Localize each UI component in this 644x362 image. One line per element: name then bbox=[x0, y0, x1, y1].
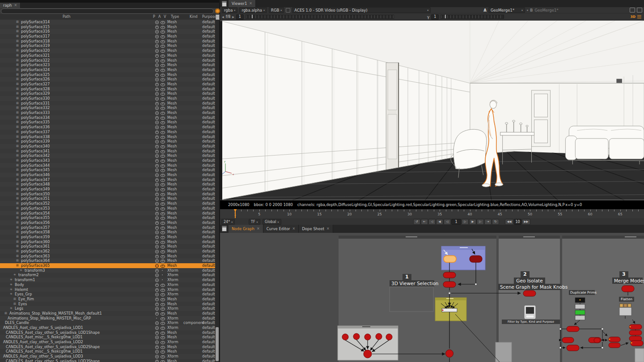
active-toggle-icon[interactable] bbox=[155, 197, 159, 201]
scenegraph-row[interactable]: ⊞polySurface359Meshdefault bbox=[0, 235, 216, 240]
input-a-dropdown[interactable]: GeoMerge1* ▾ bbox=[488, 7, 525, 13]
node-red[interactable] bbox=[523, 290, 536, 296]
visibility-eye-icon[interactable] bbox=[161, 341, 165, 344]
visibility-eye-icon[interactable] bbox=[161, 202, 165, 206]
node-stack-duplicate-prims[interactable] bbox=[575, 298, 585, 320]
active-toggle-icon[interactable] bbox=[155, 303, 159, 306]
rewind-button-3[interactable]: ◁ bbox=[444, 219, 451, 225]
active-toggle-icon[interactable] bbox=[155, 49, 159, 53]
scenegraph-row[interactable]: ⊞polySurface345Meshdefault bbox=[0, 168, 216, 173]
scenegraph-row[interactable]: ⊞polySurface318Meshdefault bbox=[0, 39, 216, 44]
visibility-eye-icon[interactable] bbox=[161, 355, 165, 358]
scenegraph-row[interactable]: ⊞polySurface319Meshdefault bbox=[0, 43, 216, 48]
skip-back-button[interactable]: ◀◀ bbox=[505, 219, 513, 225]
active-toggle-icon[interactable] bbox=[155, 259, 159, 263]
fps-dropdown[interactable]: 24*▾ bbox=[221, 219, 235, 225]
active-toggle-icon[interactable] bbox=[155, 240, 159, 244]
active-toggle-icon[interactable] bbox=[155, 145, 159, 148]
scenegraph-row[interactable]: CANDLES_Aset_clay_other_S_uejiadiva_LOD2… bbox=[0, 345, 216, 349]
scenegraph-row[interactable]: ⊞polySurface316Meshdefault bbox=[0, 29, 216, 34]
tab-dope-sheet[interactable]: Dope Sheet × bbox=[299, 225, 333, 233]
active-toggle-icon[interactable] bbox=[155, 173, 159, 177]
visibility-eye-icon[interactable] bbox=[161, 188, 165, 191]
visibility-eye-icon[interactable] bbox=[161, 169, 165, 172]
visibility-eye-icon[interactable] bbox=[161, 322, 165, 325]
gain-value[interactable]: 1 bbox=[236, 14, 244, 20]
active-toggle-icon[interactable] bbox=[155, 202, 159, 206]
frame-increment-field[interactable]: 10 bbox=[514, 219, 521, 225]
visibility-eye-icon[interactable] bbox=[161, 284, 165, 287]
active-toggle-icon[interactable] bbox=[155, 111, 159, 115]
visibility-eye-icon[interactable] bbox=[161, 265, 165, 268]
active-toggle-icon[interactable] bbox=[155, 178, 159, 182]
tab-curve-editor[interactable]: Curve Editor × bbox=[263, 225, 299, 233]
active-toggle-icon[interactable] bbox=[155, 355, 159, 358]
node-red[interactable] bbox=[342, 334, 348, 340]
active-toggle-icon[interactable] bbox=[155, 25, 159, 29]
visibility-eye-icon[interactable] bbox=[161, 107, 165, 110]
visibility-eye-icon[interactable] bbox=[161, 312, 165, 316]
visibility-eye-icon[interactable] bbox=[161, 260, 165, 263]
tf-dropdown[interactable]: TF▾ bbox=[249, 219, 260, 225]
gain-stop-label[interactable]: f/8 bbox=[226, 15, 231, 19]
active-toggle-icon[interactable] bbox=[155, 274, 159, 277]
scenegraph-row[interactable]: ⊞polySurface350Meshdefault bbox=[0, 192, 216, 197]
fullscreen-icon[interactable] bbox=[637, 8, 642, 13]
visibility-eye-icon[interactable] bbox=[162, 279, 163, 280]
scenegraph-row[interactable]: ⊞polySurface342Meshdefault bbox=[0, 153, 216, 158]
scenegraph-row[interactable]: ✳LegsXformdefault bbox=[0, 306, 216, 311]
close-icon[interactable]: × bbox=[249, 2, 252, 5]
scenegraph-row[interactable]: ✳transform2Xformdefault bbox=[0, 273, 216, 278]
visibility-eye-icon[interactable] bbox=[161, 64, 165, 67]
visibility-eye-icon[interactable] bbox=[161, 350, 165, 354]
node-red[interactable] bbox=[609, 337, 620, 342]
visibility-eye-icon[interactable] bbox=[161, 30, 165, 34]
channels-dropdown[interactable]: rgba ▾ bbox=[222, 7, 237, 13]
active-toggle-icon[interactable] bbox=[155, 336, 159, 339]
visibility-eye-icon[interactable] bbox=[161, 88, 165, 91]
active-toggle-icon[interactable] bbox=[155, 288, 159, 292]
visibility-eye-icon[interactable] bbox=[161, 307, 165, 311]
active-toggle-icon[interactable] bbox=[155, 341, 159, 344]
scenegraph-row[interactable]: ⊞polySurface332Meshdefault bbox=[0, 105, 216, 110]
scenegraph-row[interactable]: ⊞polySurface351Meshdefault bbox=[0, 196, 216, 201]
node-red[interactable] bbox=[386, 334, 392, 340]
visibility-eye-icon[interactable] bbox=[161, 78, 165, 81]
scenegraph-row[interactable]: ⊞polySurface357Meshdefault bbox=[0, 225, 216, 230]
active-toggle-icon[interactable] bbox=[155, 159, 159, 163]
visibility-eye-icon[interactable] bbox=[161, 303, 165, 306]
skip-forward-button[interactable]: ▶▶ bbox=[522, 219, 530, 225]
current-frame-field[interactable]: 1 bbox=[451, 219, 461, 225]
scenegraph-row[interactable]: ANDLES_Aset_clay_other_S_uejiadiva_LOD1X… bbox=[0, 325, 216, 330]
scenegraph-row[interactable]: ⊞polySurface317Meshdefault bbox=[0, 34, 216, 39]
scenegraph-row[interactable]: ⊞polySurface322Meshdefault bbox=[0, 58, 216, 63]
active-toggle-icon[interactable] bbox=[155, 298, 159, 301]
active-toggle-icon[interactable] bbox=[155, 221, 159, 225]
scenegraph-row[interactable]: ⊞polySurface326Meshdefault bbox=[0, 77, 216, 82]
scenegraph-filter-input[interactable] bbox=[1, 8, 214, 14]
scenegraph-row[interactable]: ⊞polySurface365Meshdefault bbox=[0, 263, 216, 268]
visibility-eye-icon[interactable] bbox=[161, 241, 165, 244]
node-red[interactable] bbox=[567, 345, 579, 351]
active-toggle-icon[interactable] bbox=[155, 350, 159, 354]
col-v[interactable]: V bbox=[164, 15, 166, 19]
timeline-ruler[interactable]: 15101520253035404550556065 bbox=[220, 209, 644, 219]
range-mode-dropdown[interactable]: Global▾ bbox=[263, 219, 281, 225]
scenegraph-row[interactable]: ⊞polySurface361Meshdefault bbox=[0, 244, 216, 249]
tab-viewer1[interactable]: Viewer1 × bbox=[229, 0, 256, 7]
scenegraph-row[interactable]: ⊞polySurface315Meshdefault bbox=[0, 25, 216, 29]
scenegraph-row[interactable]: ⊞polySurface363Meshdefault bbox=[0, 254, 216, 259]
visibility-eye-icon[interactable] bbox=[161, 198, 165, 201]
node-red[interactable] bbox=[594, 338, 600, 343]
active-toggle-icon[interactable] bbox=[155, 278, 159, 282]
active-toggle-icon[interactable] bbox=[155, 21, 159, 24]
scenegraph-row[interactable]: ANDLES_Aset_clay_other_S_uejiadiva_LOD3X… bbox=[0, 354, 216, 359]
scenegraph-row[interactable]: ⊞polySurface362Meshdefault bbox=[0, 249, 216, 254]
scenegraph-row[interactable]: ⊞polySurface343Meshdefault bbox=[0, 158, 216, 163]
node-red[interactable] bbox=[353, 333, 360, 340]
active-toggle-icon[interactable] bbox=[155, 307, 159, 311]
active-toggle-icon[interactable] bbox=[155, 35, 159, 38]
active-toggle-icon[interactable] bbox=[155, 312, 159, 316]
layout-icon[interactable] bbox=[630, 8, 635, 13]
active-toggle-icon[interactable] bbox=[156, 318, 157, 319]
